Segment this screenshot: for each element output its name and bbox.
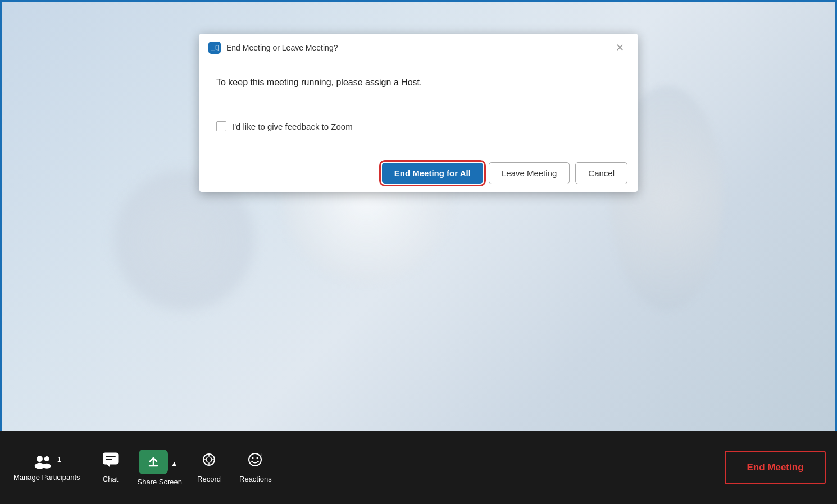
modal-message: To keep this meeting running, please ass… (216, 77, 621, 88)
svg-point-16 (206, 457, 212, 462)
chat-icon (102, 452, 119, 471)
modal-footer: End Meeting for All Leave Meeting Cancel (199, 154, 638, 192)
svg-point-7 (43, 463, 51, 468)
feedback-checkbox-row: I'd like to give feedback to Zoom (216, 121, 621, 131)
svg-rect-12 (106, 459, 112, 460)
share-screen-button[interactable]: ▲ Share Screen (133, 445, 187, 491)
svg-rect-11 (106, 456, 116, 457)
modal-header: End Meeting or Leave Meeting? ✕ (199, 34, 638, 62)
svg-rect-2 (211, 45, 215, 50)
record-label: Record (197, 475, 221, 483)
reactions-icon: + (247, 452, 264, 471)
svg-point-22 (252, 457, 253, 459)
chat-button[interactable]: Chat (88, 447, 133, 488)
reactions-label: Reactions (239, 475, 272, 483)
toolbar: 1 Manage Participants Chat (0, 431, 837, 504)
svg-point-6 (44, 456, 49, 461)
manage-participants-button[interactable]: 1 Manage Participants (6, 450, 88, 486)
share-screen-chevron[interactable]: ▲ (168, 455, 180, 473)
record-button[interactable]: Record (186, 447, 231, 488)
participants-badge: 1 (57, 455, 61, 464)
end-meeting-for-all-button[interactable]: End Meeting for All (382, 163, 483, 184)
zoom-logo (208, 42, 221, 54)
svg-marker-9 (107, 464, 110, 468)
svg-rect-10 (103, 453, 118, 464)
svg-marker-3 (216, 45, 219, 50)
feedback-checkbox[interactable] (216, 121, 226, 131)
modal-close-button[interactable]: ✕ (612, 42, 627, 54)
share-screen-label: Share Screen (138, 478, 183, 486)
modal-title: End Meeting or Leave Meeting? (226, 43, 612, 52)
modal-body: To keep this meeting running, please ass… (199, 62, 638, 154)
end-meeting-dialog: End Meeting or Leave Meeting? ✕ To keep … (199, 34, 638, 192)
participants-icon (33, 454, 53, 470)
reactions-button[interactable]: + Reactions (231, 447, 280, 488)
modal-overlay: End Meeting or Leave Meeting? ✕ To keep … (0, 0, 837, 504)
leave-meeting-button[interactable]: Leave Meeting (489, 162, 570, 184)
svg-point-4 (37, 456, 43, 462)
share-screen-icon (139, 450, 168, 474)
feedback-label: I'd like to give feedback to Zoom (232, 122, 353, 131)
chat-label: Chat (103, 475, 118, 483)
end-meeting-toolbar-button[interactable]: End Meeting (725, 451, 826, 484)
participants-icon-area: 1 (33, 454, 61, 470)
svg-point-23 (256, 457, 258, 459)
cancel-button[interactable]: Cancel (575, 162, 627, 184)
record-icon (201, 452, 217, 471)
participants-label: Manage Participants (13, 473, 80, 482)
svg-text:+: + (260, 452, 262, 458)
